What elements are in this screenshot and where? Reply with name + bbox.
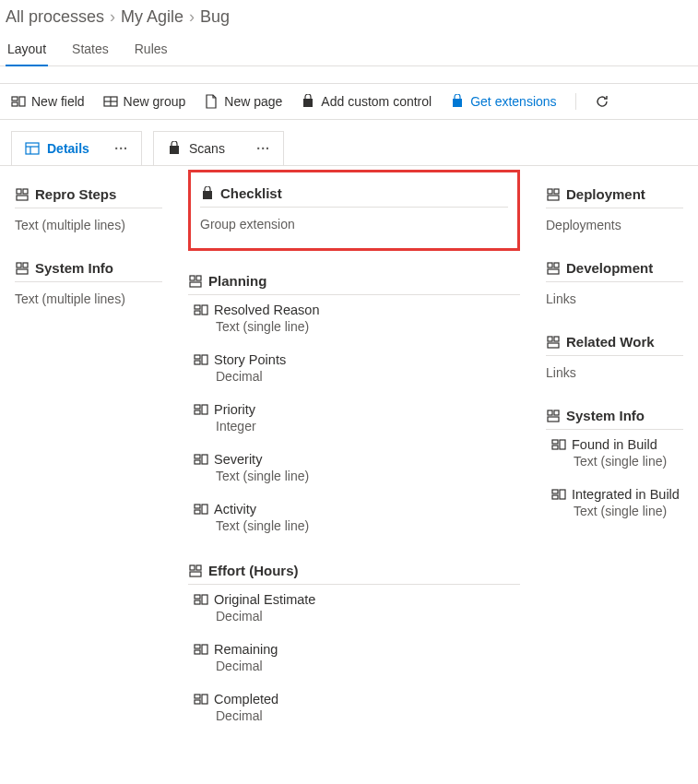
- group-title: Planning: [208, 273, 266, 289]
- section-icon: [188, 564, 203, 578]
- group-title: Development: [566, 260, 653, 276]
- field-name: Original Estimate: [214, 592, 315, 607]
- group-repro-steps[interactable]: Repro Steps Text (multiple lines): [15, 181, 162, 249]
- bag-icon: [167, 141, 182, 156]
- field-name: Integrated in Build: [572, 487, 680, 502]
- separator: [575, 93, 576, 110]
- field-name: Story Points: [214, 352, 286, 367]
- field-icon: [194, 692, 208, 707]
- group-subtitle: Text (multiple lines): [15, 208, 162, 249]
- more-icon[interactable]: ···: [114, 141, 128, 156]
- group-subtitle: Links: [546, 356, 683, 397]
- more-icon[interactable]: ···: [256, 141, 270, 156]
- group-system-info-right[interactable]: System Info Found in BuildText (single l…: [546, 402, 683, 529]
- tab-states[interactable]: States: [70, 36, 111, 65]
- new-page-label: New page: [224, 94, 282, 109]
- middle-column: Checklist Group extension Planning Resol…: [188, 175, 520, 734]
- field-name: Remaining: [214, 642, 278, 657]
- tab-rules[interactable]: Rules: [133, 36, 170, 65]
- field-item[interactable]: SeverityText (single line): [188, 445, 520, 494]
- page-tab-scans-label: Scans: [189, 141, 225, 156]
- group-title: System Info: [35, 260, 113, 276]
- group-development[interactable]: Development Links: [546, 255, 683, 323]
- field-type: Text (single line): [194, 317, 520, 343]
- group-checklist-highlighted: Checklist Group extension: [188, 170, 520, 251]
- section-icon: [15, 187, 30, 202]
- refresh-button[interactable]: [595, 94, 609, 109]
- new-field-button[interactable]: New field: [11, 94, 85, 109]
- field-type: Text (single line): [194, 517, 520, 542]
- field-icon: [11, 94, 26, 109]
- layout-icon: [25, 141, 40, 156]
- field-item[interactable]: Original EstimateDecimal: [188, 585, 520, 635]
- bag-icon: [200, 186, 215, 201]
- field-name: Resolved Reason: [214, 303, 319, 317]
- field-item[interactable]: Integrated in BuildText (single line): [546, 480, 683, 529]
- group-icon: [103, 94, 118, 109]
- group-title: Repro Steps: [35, 186, 116, 202]
- field-icon: [194, 452, 208, 467]
- field-icon: [194, 352, 208, 367]
- group-subtitle: Text (multiple lines): [15, 282, 162, 323]
- new-field-label: New field: [31, 94, 85, 109]
- field-item[interactable]: Found in BuildText (single line): [546, 430, 683, 480]
- page-tabs: Details ··· Scans ···: [0, 120, 698, 165]
- group-related-work[interactable]: Related Work Links: [546, 328, 683, 397]
- group-deployment[interactable]: Deployment Deployments: [546, 181, 683, 249]
- group-system-info-left[interactable]: System Info Text (multiple lines): [15, 255, 162, 323]
- field-type: Decimal: [194, 707, 520, 732]
- field-name: Severity: [214, 452, 262, 467]
- field-item[interactable]: ActivityText (single line): [188, 494, 520, 544]
- tab-layout[interactable]: Layout: [6, 36, 48, 65]
- group-subtitle: Links: [546, 282, 683, 323]
- crumb-all-processes[interactable]: All processes: [6, 7, 104, 27]
- new-group-button[interactable]: New group: [103, 94, 186, 109]
- section-icon: [188, 274, 203, 289]
- field-icon: [551, 487, 566, 502]
- chevron-right-icon: ›: [189, 7, 195, 27]
- group-planning[interactable]: Planning Resolved ReasonText (single lin…: [188, 267, 520, 544]
- left-column: Repro Steps Text (multiple lines) System…: [15, 175, 162, 734]
- section-icon: [546, 261, 561, 276]
- crumb-my-agile[interactable]: My Agile: [121, 7, 183, 27]
- crumb-bug[interactable]: Bug: [200, 7, 230, 27]
- field-icon: [194, 402, 208, 417]
- right-column: Deployment Deployments Development Links…: [546, 175, 683, 734]
- group-title: Effort (Hours): [208, 563, 299, 578]
- bag-icon: [301, 94, 315, 109]
- group-title: Deployment: [566, 186, 645, 202]
- group-effort[interactable]: Effort (Hours) Original EstimateDecimalR…: [188, 557, 520, 734]
- group-title: System Info: [566, 408, 645, 423]
- add-custom-control-button[interactable]: Add custom control: [301, 94, 432, 109]
- page-icon: [204, 94, 219, 109]
- group-subtitle: Group extension: [200, 208, 508, 235]
- field-icon: [194, 502, 208, 517]
- field-name: Activity: [214, 502, 256, 517]
- field-type: Text (single line): [194, 467, 520, 493]
- get-extensions-label: Get extensions: [470, 94, 556, 109]
- field-item[interactable]: RemainingDecimal: [188, 635, 520, 684]
- section-icon: [546, 335, 561, 350]
- field-type: Decimal: [194, 607, 520, 633]
- field-item[interactable]: Resolved ReasonText (single line): [188, 295, 520, 345]
- field-name: Priority: [214, 402, 255, 417]
- page-tab-details-label: Details: [47, 141, 89, 156]
- field-item[interactable]: PriorityInteger: [188, 395, 520, 445]
- field-name: Completed: [214, 692, 278, 707]
- get-extensions-link[interactable]: Get extensions: [450, 94, 556, 109]
- toolbar: New field New group New page Add custom …: [0, 83, 698, 119]
- section-icon: [546, 187, 561, 202]
- page-tab-details[interactable]: Details ···: [11, 131, 142, 165]
- field-name: Found in Build: [572, 437, 657, 452]
- field-item[interactable]: CompletedDecimal: [188, 684, 520, 734]
- field-item[interactable]: Story PointsDecimal: [188, 345, 520, 395]
- page-tab-scans[interactable]: Scans ···: [153, 131, 284, 165]
- group-checklist[interactable]: Checklist Group extension: [200, 180, 508, 235]
- field-type: Text (single line): [551, 452, 683, 478]
- section-icon: [546, 409, 561, 423]
- group-title: Checklist: [220, 185, 282, 201]
- field-icon: [194, 642, 208, 657]
- breadcrumb: All processes › My Agile › Bug: [0, 0, 698, 36]
- new-page-button[interactable]: New page: [204, 94, 282, 109]
- field-type: Decimal: [194, 367, 520, 393]
